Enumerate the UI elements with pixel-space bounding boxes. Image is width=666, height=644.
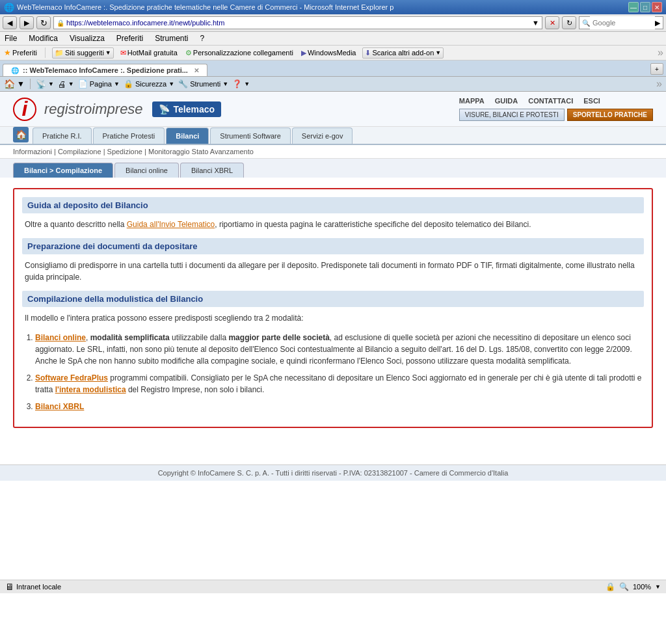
minimize-button[interactable]: — bbox=[628, 2, 639, 12]
btn-visure[interactable]: VISURE, BILANCI E PROTESTI bbox=[459, 109, 565, 121]
zoom-dropdown-icon[interactable]: ▼ bbox=[655, 584, 661, 590]
intera-modulistica-link[interactable]: l'intera modulistica bbox=[55, 385, 126, 394]
page-label: Pagina bbox=[90, 80, 112, 88]
tab-bilanci-compilazione[interactable]: Bilanci > Compilazione bbox=[13, 163, 113, 178]
hotmail-button[interactable]: ✉ HotMail gratuita bbox=[119, 48, 179, 58]
window-title: WebTelemaco InfoCamere :. Spedizione pra… bbox=[17, 3, 393, 11]
toolbar-expand-icon[interactable]: » bbox=[656, 78, 662, 90]
logo-i-icon: i bbox=[13, 98, 36, 121]
section1-text-after: , riportiamo in questa pagina le caratte… bbox=[215, 220, 531, 229]
sub-nav: Informazioni | Compilazione | Spedizione… bbox=[0, 145, 666, 159]
help-dropdown[interactable]: ▼ bbox=[244, 81, 250, 87]
toolbar-sep-1: ▼ bbox=[17, 79, 25, 88]
ie-icon: 🌐 bbox=[4, 3, 14, 12]
status-zone: 🖥 Intranet locale bbox=[5, 582, 61, 592]
lock-icon: 🔒 bbox=[57, 20, 64, 27]
windows-media-button[interactable]: ▶ WindowsMedia bbox=[300, 48, 358, 58]
tab-bilanci-online[interactable]: Bilanci online bbox=[114, 163, 179, 178]
refresh-button[interactable]: ↻ bbox=[36, 16, 51, 29]
browser-toolbar: 🏠 ▼ 📡 ▼ 🖨 ▼ 📄 Pagina ▼ 🔒 Sicurezza ▼ 🔧 S… bbox=[0, 77, 666, 92]
bilanci-online-link[interactable]: Bilanci online bbox=[35, 333, 86, 342]
rss-icon: 📡 bbox=[36, 79, 46, 89]
tab-close-icon[interactable]: ✕ bbox=[194, 67, 199, 74]
refresh-stop-button[interactable]: ✕ bbox=[545, 16, 559, 29]
guida-invio-link[interactable]: Guida all'Invio Telematico bbox=[127, 220, 215, 229]
google-logo: 🔍 bbox=[582, 20, 590, 27]
telemaco-icon: 📡 bbox=[159, 104, 170, 114]
tools-dropdown[interactable]: ▼ bbox=[222, 81, 228, 87]
browser-tab-active[interactable]: 🌐 :: WebTelemaco InfoCamere :. Spedizion… bbox=[3, 64, 207, 76]
software-fedraplus-link[interactable]: Software FedraPlus bbox=[35, 373, 108, 382]
tab-bilanci-xbrl[interactable]: Bilanci XBRL bbox=[180, 163, 244, 178]
menu-preferiti[interactable]: Preferiti bbox=[114, 33, 145, 44]
logo-icon-circle: i bbox=[13, 98, 36, 121]
menu-modifica[interactable]: Modifica bbox=[27, 33, 60, 44]
nav-guida[interactable]: GUIDA bbox=[495, 97, 518, 105]
nav-contattaci[interactable]: CONTATTACI bbox=[528, 97, 573, 105]
telemaco-label: Telemaco bbox=[174, 104, 215, 114]
maximize-button[interactable]: □ bbox=[640, 2, 650, 12]
siti-suggeriti-button[interactable]: 📁 Siti suggeriti ▼ bbox=[52, 47, 114, 59]
tab-icon: 🌐 bbox=[11, 67, 19, 74]
sub-nav-compilazione[interactable]: Compilazione bbox=[58, 148, 101, 155]
section3-intro: Il modello e l'intera pratica possono es… bbox=[22, 312, 644, 324]
section3-heading: Compilazione della modulistica del Bilan… bbox=[22, 291, 644, 307]
favorites-bar: ★ Preferiti 📁 Siti suggeriti ▼ ✉ HotMail… bbox=[0, 46, 666, 60]
forward-button[interactable]: ▶ bbox=[20, 16, 34, 29]
security-level-icon: 🔒 bbox=[606, 582, 615, 591]
search-submit-icon[interactable]: ▶ bbox=[655, 19, 660, 27]
nav-servizi-egov[interactable]: Servizi e-gov bbox=[292, 127, 353, 144]
new-tab-button[interactable]: + bbox=[650, 63, 663, 75]
preferiti-button[interactable]: ★ Preferiti bbox=[3, 47, 38, 58]
address-dropdown-icon[interactable]: ▼ bbox=[532, 19, 539, 27]
menu-help[interactable]: ? bbox=[198, 33, 207, 44]
sub-nav-monitoraggio[interactable]: Monitoraggio Stato Avanzamento bbox=[148, 148, 254, 155]
bilanci-xbrl-link[interactable]: Bilanci XBRL bbox=[35, 402, 84, 411]
fav-sep-1 bbox=[45, 47, 46, 58]
siti-arrow-icon: ▼ bbox=[105, 49, 111, 56]
page-dropdown[interactable]: ▼ bbox=[114, 81, 120, 87]
menu-file[interactable]: File bbox=[3, 33, 19, 44]
preferiti-label: Preferiti bbox=[12, 49, 37, 57]
help-icon: ❓ bbox=[232, 79, 242, 88]
go-button[interactable]: ↻ bbox=[562, 16, 576, 29]
address-box[interactable]: 🔒 https://webtelemaco.infocamere.it/newt… bbox=[53, 16, 542, 29]
nav-bilanci[interactable]: Bilanci bbox=[166, 127, 209, 144]
section-nav: 🏠 Pratiche R.I. Pratiche Protesti Bilanc… bbox=[0, 127, 666, 145]
list1-bold2: maggior parte delle società bbox=[228, 333, 329, 342]
zoom-label: 100% bbox=[633, 583, 651, 591]
menu-strumenti[interactable]: Strumenti bbox=[153, 33, 190, 44]
nav-pratiche-protesti[interactable]: Pratiche Protesti bbox=[93, 127, 165, 144]
list-item-1: Bilanci online, modalità semplificata ut… bbox=[35, 332, 644, 367]
sub-nav-informazioni[interactable]: Informazioni bbox=[13, 148, 52, 155]
site-footer: Copyright © InfoCamere S. C. p. A. - Tut… bbox=[0, 464, 666, 481]
section2-text: Consigliamo di predisporre in una cartel… bbox=[22, 260, 644, 283]
security-dropdown[interactable]: ▼ bbox=[168, 81, 174, 87]
page-icon: 📄 bbox=[78, 79, 88, 88]
rss-dropdown[interactable]: ▼ bbox=[48, 81, 54, 87]
btn-sportello[interactable]: SPORTELLO PRATICHE bbox=[567, 109, 653, 121]
header-buttons: VISURE, BILANCI E PROTESTI SPORTELLO PRA… bbox=[459, 109, 653, 121]
scarica-button[interactable]: ⬇ Scarica altri add-on ▼ bbox=[362, 47, 444, 59]
close-button[interactable]: ✕ bbox=[652, 2, 662, 12]
logo-registroimprese: registroimprese bbox=[44, 101, 143, 118]
search-input[interactable] bbox=[590, 16, 655, 29]
status-right: 🔒 🔍 100% ▼ bbox=[606, 582, 661, 591]
back-button[interactable]: ◀ bbox=[3, 16, 17, 29]
main-content: Guida al deposito del Bilancio Oltre a q… bbox=[0, 178, 666, 438]
siti-label: Siti suggeriti bbox=[65, 49, 104, 57]
home-nav-button[interactable]: 🏠 bbox=[13, 127, 29, 142]
header-nav: MAPPA GUIDA CONTATTACI ESCI bbox=[459, 97, 653, 105]
logo-area: i registroimprese 📡 Telemaco bbox=[13, 98, 221, 121]
personalizza-button[interactable]: ⚙ Personalizzazione collegamenti bbox=[184, 48, 295, 58]
toolbar-sep-2 bbox=[30, 79, 31, 89]
nav-esci[interactable]: ESCI bbox=[583, 97, 600, 105]
nav-pratiche-ri[interactable]: Pratiche R.I. bbox=[33, 127, 92, 144]
tools-icon: 🔧 bbox=[178, 79, 188, 88]
sub-nav-spedizione[interactable]: Spedizione bbox=[107, 148, 142, 155]
expand-icon[interactable]: » bbox=[658, 47, 663, 59]
nav-strumenti-software[interactable]: Strumenti Software bbox=[210, 127, 291, 144]
nav-mappa[interactable]: MAPPA bbox=[459, 97, 485, 105]
menu-visualizza[interactable]: Visualizza bbox=[68, 33, 107, 44]
print-dropdown[interactable]: ▼ bbox=[68, 81, 74, 87]
